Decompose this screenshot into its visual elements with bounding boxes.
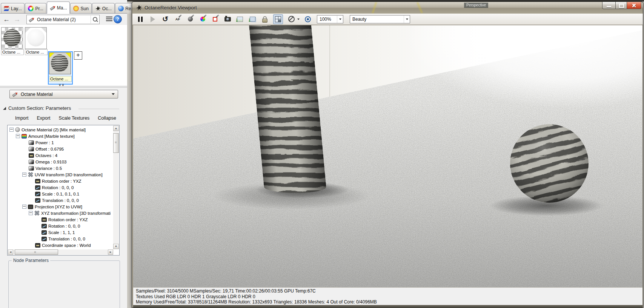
scale-textures-button[interactable]: Scale Textures: [59, 116, 90, 121]
snapshot-button[interactable]: [223, 15, 232, 23]
tree-row[interactable]: XYZ transformation [3D transformati: [29, 210, 113, 216]
tree-row[interactable]: Variance : 0.5: [22, 165, 113, 171]
tree-item-label[interactable]: Octaves : 4: [35, 153, 57, 158]
tree-row[interactable]: Octane Material (2) [Mix material]: [9, 126, 113, 133]
tree-row[interactable]: Rotation : 0, 0, 0: [35, 223, 113, 229]
material-swatch-label[interactable]: Octane ...: [25, 49, 48, 55]
tree-expander[interactable]: [22, 172, 26, 177]
tree-item-label[interactable]: Coordinate space : World: [42, 243, 91, 248]
export-button[interactable]: Export: [37, 116, 50, 121]
tab-materials[interactable]: Ma...: [47, 2, 70, 14]
tree-item-label[interactable]: Rotation order : YXZ: [48, 217, 88, 222]
tree-horizontal-scrollbar[interactable]: ◄ ►: [8, 249, 113, 255]
clay-mode-button[interactable]: [287, 15, 295, 23]
tree-item-label[interactable]: Scale : 1, 1, 1: [48, 230, 75, 235]
tree-row[interactable]: Coordinate space : World: [29, 242, 113, 248]
autofocus-picker-button[interactable]: AF: [174, 15, 182, 23]
tree-row[interactable]: Scale : 0.1, 0.1, 0.1: [29, 191, 113, 197]
tree-row[interactable]: Offset : 0.6795: [22, 146, 113, 152]
tree-row[interactable]: Scale : 1, 1, 1: [35, 229, 113, 236]
chevron-down-icon[interactable]: [297, 18, 300, 20]
close-button[interactable]: [627, 2, 641, 9]
scrollbar-thumb[interactable]: [113, 133, 119, 153]
tree-expander[interactable]: [22, 205, 26, 209]
tree-row[interactable]: Octaves : 4: [22, 152, 113, 159]
white-balance-picker-button[interactable]: [198, 15, 207, 23]
tree-row[interactable]: Translation : 0, 0, 0: [29, 197, 113, 203]
tab-properties[interactable]: Pr...: [25, 3, 46, 14]
tree-row[interactable]: UVW transform [3D transformation]: [22, 171, 113, 178]
scroll-right-button[interactable]: ►: [108, 249, 113, 255]
material-type-dropdown[interactable]: Octane Material: [9, 90, 118, 99]
window-titlebar[interactable]: Perspective OctaneRender Viewport: [132, 2, 643, 14]
tab-layers[interactable]: Lay...: [1, 3, 25, 14]
restart-render-button[interactable]: ↺: [161, 15, 169, 23]
tree-expander[interactable]: [16, 134, 20, 138]
back-button[interactable]: ←: [3, 15, 10, 23]
tree-item-label[interactable]: Omega : 0.9103: [35, 160, 66, 164]
tree-row[interactable]: Amount [Marble texture]: [16, 133, 113, 139]
tab-octane[interactable]: Oc...: [92, 3, 115, 14]
material-swatch-label[interactable]: Octane ...: [49, 76, 72, 82]
save-image-button[interactable]: [236, 15, 244, 23]
scrollbar-thumb[interactable]: [15, 249, 58, 255]
tree-item-label[interactable]: UVW transform [3D transformation]: [35, 172, 103, 177]
add-material-button[interactable]: +: [74, 51, 82, 60]
import-button[interactable]: Import: [15, 116, 28, 121]
render-pass-dropdown[interactable]: Beauty: [350, 15, 410, 23]
tree-item-label[interactable]: Amount [Marble texture]: [28, 134, 75, 139]
tree-row[interactable]: Projection [XYZ to UVW]: [22, 203, 113, 210]
maximize-button[interactable]: [616, 2, 627, 9]
tree-row[interactable]: Power : 1: [22, 139, 113, 146]
chevron-down-icon[interactable]: [404, 15, 410, 23]
material-swatch-label[interactable]: Octane ...: [1, 49, 24, 55]
material-swatch[interactable]: [25, 27, 47, 49]
quad-view-button[interactable]: [273, 14, 283, 24]
selected-swatch-frame[interactable]: Octane ...: [48, 51, 73, 85]
help-button[interactable]: ?: [114, 15, 122, 23]
tree-item-label[interactable]: Translation : 0, 0, 0: [48, 237, 85, 241]
collapse-chevrons-icon[interactable]: ∨∨: [58, 83, 65, 87]
save-passes-button[interactable]: [248, 15, 257, 23]
tree-expander[interactable]: [29, 211, 33, 215]
tree-item-label[interactable]: Rotation : 0, 0, 0: [48, 224, 80, 228]
tree-item-label[interactable]: Rotation : 0, 0, 0: [42, 185, 74, 190]
zoom-level-dropdown[interactable]: 100%: [317, 15, 343, 23]
search-input[interactable]: Octane Material (2): [37, 17, 91, 22]
tree-item-label[interactable]: Power : 1: [35, 140, 54, 145]
region-picker-button[interactable]: [211, 15, 219, 23]
scroll-up-button[interactable]: ▲: [113, 126, 119, 131]
focus-button[interactable]: [304, 15, 312, 23]
tree-row[interactable]: Omega : 0.9103: [22, 159, 113, 165]
render-view[interactable]: [133, 25, 642, 287]
tree-row[interactable]: Rotation : 0, 0, 0: [29, 184, 113, 191]
collapse-button[interactable]: Collapse: [98, 116, 116, 121]
tab-sun[interactable]: Sun: [70, 3, 91, 14]
scroll-down-button[interactable]: ▼: [113, 244, 119, 249]
tree-row[interactable]: Translation : 0, 0, 0: [35, 236, 113, 242]
tree-row[interactable]: Rotation order : YXZ: [29, 178, 113, 184]
material-swatch[interactable]: [1, 27, 23, 49]
minimize-button[interactable]: [602, 2, 616, 9]
section-collapse-icon[interactable]: [3, 107, 6, 110]
resume-render-button[interactable]: [149, 15, 157, 23]
tree-row[interactable]: Rotation order : YXZ: [35, 216, 113, 223]
section-header[interactable]: Custom Section: Parameters: [3, 105, 71, 111]
scroll-left-button[interactable]: ◄: [8, 249, 13, 255]
forward-button[interactable]: →: [14, 15, 20, 23]
tree-item-label[interactable]: Projection [XYZ to UVW]: [35, 205, 82, 209]
menu-button[interactable]: [106, 17, 112, 22]
tree-vertical-scrollbar[interactable]: ▲ ▼: [113, 126, 119, 249]
tree-item-label[interactable]: Variance : 0.5: [35, 166, 62, 171]
pause-render-button[interactable]: [136, 15, 144, 23]
tree-item-label[interactable]: Rotation order : YXZ: [42, 179, 81, 183]
lock-button[interactable]: [261, 15, 269, 23]
tree-item-label[interactable]: Scale : 0.1, 0.1, 0.1: [42, 192, 79, 196]
material-picker-button[interactable]: [186, 15, 194, 23]
search-button[interactable]: [91, 15, 99, 23]
material-swatch-selected[interactable]: [49, 52, 71, 74]
material-search-box[interactable]: Octane Material (2): [26, 15, 100, 24]
tree-item-label[interactable]: Octane Material (2) [Mix material]: [22, 128, 86, 132]
tree-item-label[interactable]: Offset : 0.6795: [35, 147, 64, 151]
chevron-down-icon[interactable]: [337, 15, 343, 23]
